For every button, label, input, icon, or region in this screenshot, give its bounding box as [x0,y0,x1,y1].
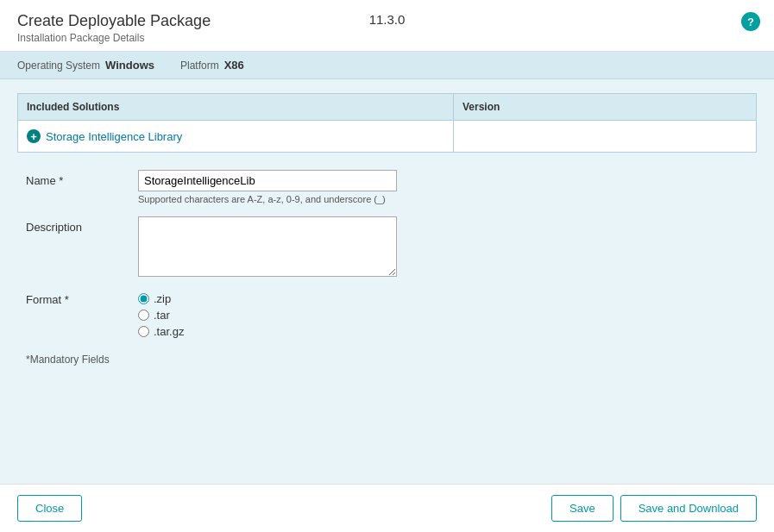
os-value: Windows [105,59,154,72]
description-input[interactable] [138,216,397,277]
action-buttons: Save Save and Download [551,495,757,522]
dialog-subtitle: Installation Package Details [17,32,757,44]
os-info: Operating System Windows [17,59,154,72]
name-field-wrapper: Supported characters are A-Z, a-z, 0-9, … [138,170,397,204]
format-zip-label: .zip [154,292,171,305]
format-label: Format * [26,289,129,306]
col-solutions-header: Included Solutions [18,94,454,120]
mandatory-note: *Mandatory Fields [26,354,748,366]
close-button[interactable]: Close [17,495,82,522]
create-deployable-package-dialog: Create Deployable Package Installation P… [0,0,774,532]
package-form: Name * Supported characters are A-Z, a-z… [17,170,757,366]
platform-value: X86 [224,59,244,72]
format-radio-group: .zip .tar .tar.gz [138,289,184,338]
name-input[interactable] [138,170,397,191]
dialog-header: Create Deployable Package Installation P… [0,0,774,52]
format-row: Format * .zip .tar .tar.gz [26,289,748,338]
info-bar: Operating System Windows Platform X86 [0,52,774,79]
format-tgz[interactable]: .tar.gz [138,325,184,338]
table-row: + Storage Intelligence Library [18,121,756,152]
platform-info: Platform X86 [180,59,244,72]
save-download-button[interactable]: Save and Download [620,495,757,522]
format-tar-radio[interactable] [138,310,149,321]
solutions-table: Included Solutions Version + Storage Int… [17,93,757,153]
solution-cell: + Storage Intelligence Library [18,121,454,152]
description-row: Description [26,216,748,277]
dialog-footer: Close Save Save and Download [0,484,774,532]
format-tgz-label: .tar.gz [154,325,184,338]
format-tar[interactable]: .tar [138,309,184,322]
version-badge: 11.3.0 [369,12,406,27]
name-hint: Supported characters are A-Z, a-z, 0-9, … [138,194,397,204]
format-zip[interactable]: .zip [138,292,184,305]
platform-label: Platform [180,59,219,72]
help-icon[interactable]: ? [741,12,760,31]
format-tar-label: .tar [154,309,170,322]
save-button[interactable]: Save [551,495,614,522]
dialog-body: Included Solutions Version + Storage Int… [0,79,774,484]
table-header: Included Solutions Version [18,94,756,121]
os-label: Operating System [17,59,100,72]
description-label: Description [26,216,129,234]
add-solution-icon[interactable]: + [27,129,41,143]
format-zip-radio[interactable] [138,293,149,304]
version-cell [454,121,756,152]
name-row: Name * Supported characters are A-Z, a-z… [26,170,748,204]
format-tgz-radio[interactable] [138,326,149,337]
solution-name: Storage Intelligence Library [46,130,182,143]
name-label: Name * [26,170,129,187]
col-version-header: Version [454,94,756,120]
